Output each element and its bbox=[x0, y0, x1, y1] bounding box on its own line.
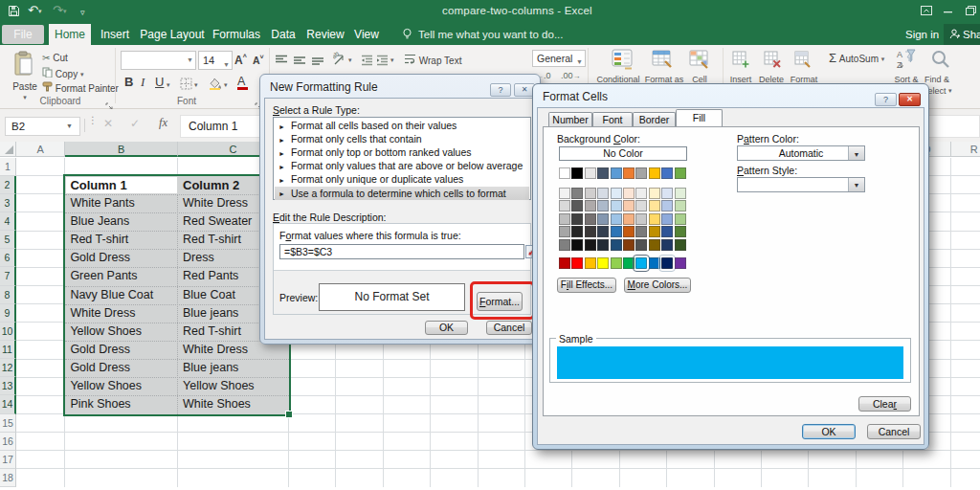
standard-color-swatch-10[interactable] bbox=[675, 257, 686, 269]
theme-color-swatch-2[interactable] bbox=[571, 167, 583, 179]
variant-color-swatch-5-8[interactable] bbox=[649, 239, 660, 251]
rule-type-option-2[interactable]: ►Format only cells that contain bbox=[275, 132, 529, 145]
variant-color-swatch-2-4[interactable] bbox=[597, 200, 609, 212]
variant-color-swatch-4-2[interactable] bbox=[571, 226, 583, 237]
row-header-15[interactable]: 15 bbox=[0, 414, 16, 433]
redo-icon[interactable]: ↷▾ bbox=[53, 4, 66, 18]
variant-color-swatch-1-10[interactable] bbox=[675, 188, 686, 199]
theme-color-swatch-3[interactable] bbox=[585, 167, 596, 179]
formula-enter-icon[interactable]: ✓ bbox=[130, 117, 140, 130]
theme-color-swatch-5[interactable] bbox=[611, 167, 622, 179]
wrap-text-button[interactable]: Wrap Text bbox=[404, 54, 461, 66]
theme-color-swatch-7[interactable] bbox=[635, 167, 647, 179]
variant-color-swatch-5-6[interactable] bbox=[623, 239, 635, 251]
font-color-icon[interactable]: A bbox=[237, 75, 245, 88]
theme-color-swatch-10[interactable] bbox=[675, 167, 686, 179]
bold-button[interactable]: B bbox=[124, 75, 133, 89]
sort-filter-icon[interactable]: AZ bbox=[896, 48, 919, 75]
rule-type-option-5[interactable]: ►Format only unique or duplicate values bbox=[275, 172, 529, 186]
variant-color-swatch-2-9[interactable] bbox=[661, 200, 673, 212]
no-color-button[interactable]: No Color bbox=[559, 146, 687, 161]
format-cells-tab-font[interactable]: Font bbox=[592, 112, 633, 126]
theme-color-swatch-6[interactable] bbox=[623, 167, 635, 179]
variant-color-swatch-5-4[interactable] bbox=[597, 239, 609, 251]
variant-color-swatch-5-7[interactable] bbox=[635, 239, 647, 251]
align-middle-icon[interactable] bbox=[293, 54, 306, 71]
column-header-R[interactable]: R bbox=[951, 142, 980, 157]
help-icon[interactable]: ? bbox=[875, 93, 897, 106]
standard-color-swatch-1[interactable] bbox=[559, 257, 570, 269]
variant-color-swatch-3-7[interactable] bbox=[635, 213, 647, 225]
variant-color-swatch-5-10[interactable] bbox=[675, 239, 686, 251]
variant-color-swatch-1-1[interactable] bbox=[559, 188, 570, 199]
formula-rule-input[interactable]: =$B3=$C3 bbox=[279, 244, 524, 259]
standard-color-swatch-9[interactable] bbox=[661, 257, 673, 269]
row-header-18[interactable]: 18 bbox=[0, 469, 16, 487]
font-size-combo[interactable]: 14▼ bbox=[198, 51, 233, 70]
cut-button[interactable]: ✂ Cut bbox=[42, 53, 68, 63]
variant-color-swatch-4-4[interactable] bbox=[597, 226, 609, 237]
align-bottom-icon[interactable] bbox=[311, 55, 324, 72]
theme-color-swatch-4[interactable] bbox=[597, 167, 609, 179]
variant-color-swatch-3-8[interactable] bbox=[649, 213, 660, 225]
fill-handle[interactable] bbox=[285, 411, 293, 418]
ribbon-tab-data[interactable]: Data bbox=[267, 24, 300, 45]
row-header-4[interactable]: 4 bbox=[0, 212, 16, 231]
row-header-13[interactable]: 13 bbox=[0, 377, 16, 395]
pattern-color-combo[interactable]: Automatic▼ bbox=[737, 145, 865, 161]
row-header-16[interactable]: 16 bbox=[0, 433, 16, 451]
insert-cells-icon[interactable] bbox=[731, 50, 750, 73]
borders-icon[interactable] bbox=[180, 77, 192, 94]
cancel-button[interactable]: Cancel bbox=[486, 321, 532, 335]
variant-color-swatch-2-10[interactable] bbox=[675, 200, 686, 212]
underline-dropdown-icon[interactable]: ▾ bbox=[167, 81, 170, 89]
variant-color-swatch-1-3[interactable] bbox=[585, 188, 596, 199]
column-header-B[interactable]: B bbox=[65, 142, 178, 157]
ribbon-tab-formulas[interactable]: Formulas bbox=[211, 24, 262, 45]
variant-color-swatch-3-2[interactable] bbox=[571, 213, 583, 225]
row-header-10[interactable]: 10 bbox=[0, 323, 16, 341]
row-header-17[interactable]: 17 bbox=[0, 451, 16, 469]
variant-color-swatch-3-1[interactable] bbox=[559, 213, 570, 225]
variant-color-swatch-2-2[interactable] bbox=[571, 200, 583, 212]
row-header-8[interactable]: 8 bbox=[0, 286, 16, 304]
theme-color-swatch-8[interactable] bbox=[649, 167, 660, 179]
standard-color-swatch-6[interactable] bbox=[623, 257, 635, 269]
number-format-combo[interactable]: General▼ bbox=[532, 50, 586, 67]
format-cells-tab-fill[interactable]: Fill bbox=[676, 109, 723, 126]
variant-color-swatch-1-6[interactable] bbox=[623, 188, 635, 199]
ribbon-tab-view[interactable]: View bbox=[351, 24, 382, 45]
variant-color-swatch-4-3[interactable] bbox=[585, 226, 596, 237]
format-cells-tab-border[interactable]: Border bbox=[633, 112, 676, 126]
rule-type-option-3[interactable]: ►Format only top or bottom ranked values bbox=[275, 145, 529, 159]
standard-color-swatch-7[interactable] bbox=[635, 257, 647, 269]
column-header-A[interactable]: A bbox=[16, 142, 65, 157]
variant-color-swatch-1-9[interactable] bbox=[661, 188, 673, 199]
variant-color-swatch-4-1[interactable] bbox=[559, 226, 570, 237]
variant-color-swatch-1-7[interactable] bbox=[635, 188, 647, 199]
autosum-button[interactable]: Σ AutoSum ▾ bbox=[829, 51, 884, 65]
qat-customize-icon[interactable]: ▿ bbox=[80, 6, 85, 19]
variant-color-swatch-2-1[interactable] bbox=[559, 200, 570, 212]
variant-color-swatch-4-9[interactable] bbox=[661, 226, 673, 237]
paste-icon[interactable] bbox=[11, 51, 36, 81]
more-colors-button[interactable]: More Colors... bbox=[624, 278, 691, 293]
delete-cells-icon[interactable] bbox=[763, 50, 782, 73]
tell-me-box[interactable]: Tell me what you want to do... bbox=[402, 24, 564, 45]
ok-button[interactable]: OK bbox=[802, 424, 856, 439]
ribbon-tab-page-layout[interactable]: Page Layout bbox=[139, 24, 206, 45]
align-top-icon[interactable] bbox=[275, 53, 288, 70]
decrease-decimal-icon[interactable]: .00→ bbox=[561, 71, 581, 80]
fill-color-dropdown-icon[interactable]: ▾ bbox=[224, 81, 228, 89]
row-header-3[interactable]: 3 bbox=[0, 194, 16, 212]
ok-button[interactable]: OK bbox=[425, 321, 468, 335]
ribbon-display-options-icon[interactable] bbox=[920, 4, 933, 20]
format-painter-button[interactable]: Format Painter bbox=[42, 81, 119, 94]
indent-dropdown-icon[interactable]: ▾ bbox=[390, 56, 394, 64]
variant-color-swatch-2-5[interactable] bbox=[611, 200, 622, 212]
row-header-14[interactable]: 14 bbox=[0, 395, 16, 413]
cell-styles-icon[interactable] bbox=[688, 48, 711, 75]
clear-button[interactable]: Clear bbox=[858, 396, 911, 412]
italic-button[interactable]: I bbox=[141, 75, 145, 90]
standard-color-swatch-2[interactable] bbox=[571, 257, 583, 269]
